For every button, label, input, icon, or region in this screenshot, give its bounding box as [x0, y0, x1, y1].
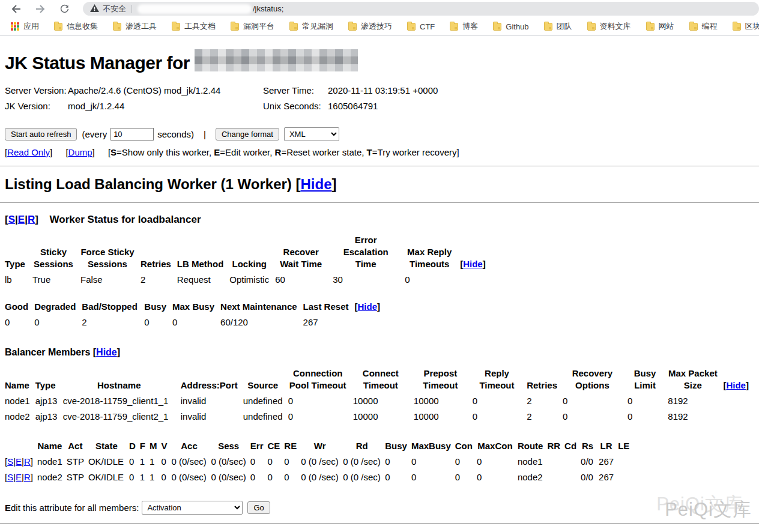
unix-seconds-value: 1605064791: [328, 98, 754, 114]
lb-config-hide-link[interactable]: Hide: [463, 259, 483, 269]
reset-worker-link[interactable]: R: [28, 214, 35, 225]
refresh-icon[interactable]: [56, 1, 72, 17]
url-path: /jkstatus;: [253, 4, 283, 13]
server-info: Server Version: Apache/2.4.6 (CentOS) mo…: [5, 83, 754, 114]
dump-link[interactable]: Dump: [68, 147, 92, 157]
members-config-hide-link[interactable]: Hide: [726, 380, 746, 390]
start-auto-refresh-button[interactable]: Start auto refresh: [5, 128, 77, 141]
bookmark-folder[interactable]: 渗透工具: [109, 19, 160, 34]
bookmark-folder[interactable]: 区块链: [729, 19, 759, 34]
edit-worker-link[interactable]: E: [18, 214, 25, 225]
folder-icon: [348, 23, 357, 31]
warning-icon: [90, 4, 99, 14]
edit-attribute-row: Edit this attribute for all members: Act…: [5, 501, 754, 515]
folder-icon: [450, 23, 458, 31]
format-select[interactable]: XML: [284, 127, 339, 141]
listing-hide-link[interactable]: Hide: [301, 176, 332, 192]
watermark: PeiQi文库: [665, 497, 752, 522]
table-header-row: Name Act State D F M V Acc Sess Err CE R…: [5, 440, 634, 454]
listing-heading: Listing Load Balancing Worker (1 Worker)…: [5, 176, 754, 193]
bookmark-folder[interactable]: 工具文档: [168, 19, 219, 34]
security-label: 不安全: [103, 4, 126, 14]
table-header-row: Name Type Hostname Address:Port Source C…: [5, 367, 754, 393]
censored-host: [138, 4, 252, 14]
bookmark-folder[interactable]: 渗透技巧: [345, 19, 396, 34]
read-only-link[interactable]: Read Only: [7, 147, 50, 157]
folder-icon: [544, 23, 552, 31]
hide-header: [Hide]: [723, 367, 754, 393]
seconds-label: seconds): [157, 129, 194, 139]
show-worker-link[interactable]: S: [8, 214, 15, 225]
server-version-label: Server Version:: [5, 83, 68, 98]
forward-icon[interactable]: [32, 1, 48, 17]
every-label: (every: [82, 129, 107, 139]
lb-state-hide-link[interactable]: Hide: [357, 301, 377, 312]
hide-header: [Hide]: [460, 234, 492, 272]
divider: [0, 166, 759, 166]
server-time-value: 2020-11-11 03:19:51 +0000: [328, 83, 754, 98]
folder-icon: [587, 23, 596, 31]
balancer-members-heading: Balancer Members [Hide]: [5, 347, 754, 358]
bookmark-folder[interactable]: 编程: [686, 19, 721, 34]
bookmark-apps[interactable]: 应用: [7, 19, 43, 34]
table-row: node2 ajp13 cve-2018-11759_client2_1 inv…: [5, 409, 754, 425]
edit-member-link[interactable]: E: [16, 472, 22, 482]
bookmark-folder[interactable]: 网站: [643, 19, 678, 34]
edit-attribute-label: Edit this attribute for all members:: [5, 503, 139, 513]
back-icon[interactable]: [8, 1, 24, 17]
ser-links: [S|E|R]: [5, 214, 38, 225]
bookmark-folder[interactable]: 漏洞平台: [227, 19, 278, 34]
bookmark-folder[interactable]: 博客: [446, 19, 482, 34]
address-bar[interactable]: 不安全 /jkstatus;: [83, 2, 759, 16]
pipe-separator: |: [204, 129, 206, 139]
folder-icon: [172, 23, 180, 31]
folder-icon: [289, 23, 298, 31]
table-header-row: Good Degraded Bad/Stopped Busy Max Busy …: [5, 301, 386, 315]
ser-links: [S|E|R]: [5, 470, 37, 485]
bookmark-folder[interactable]: CTF: [404, 20, 438, 33]
table-row: [S|E|R] node2 STP OK/IDLE 0 1 1 0 0 (0/s…: [5, 470, 634, 485]
interval-input[interactable]: [110, 128, 154, 141]
folder-icon: [54, 23, 62, 31]
ser-links: [S|E|R]: [5, 454, 37, 470]
bookmarks-bar: 应用 信息收集 渗透工具 工具文档 漏洞平台 常见漏洞 渗透技巧 CTF 博客 …: [0, 17, 759, 36]
worker-status-title: Worker Status for loadbalancer: [50, 214, 201, 225]
folder-icon: [733, 23, 741, 31]
apps-grid-icon: [11, 22, 19, 31]
reset-member-link[interactable]: R: [24, 472, 31, 482]
divider: [0, 202, 759, 203]
folder-icon: [231, 23, 239, 31]
folder-icon: [407, 23, 416, 31]
bookmark-folder[interactable]: 常见漏洞: [286, 19, 337, 34]
go-button[interactable]: Go: [247, 501, 270, 514]
table-row: 0 0 2 0 0 60/120 267: [5, 315, 386, 330]
worker-legend: [S=Show only this worker, E=Edit worker,…: [108, 147, 459, 157]
table-header-row: Type Sticky Sessions Force Sticky Sessio…: [5, 234, 492, 272]
bookmark-folder[interactable]: 信息收集: [50, 19, 101, 34]
lb-config-table: Type Sticky Sessions Force Sticky Sessio…: [5, 234, 492, 288]
folder-icon: [113, 23, 121, 31]
show-member-link[interactable]: S: [7, 472, 13, 482]
reset-member-link[interactable]: R: [24, 456, 31, 467]
divider: [0, 523, 759, 524]
address-separator: [132, 5, 132, 13]
folder-icon: [689, 23, 698, 31]
balancer-members-hide-link[interactable]: Hide: [96, 347, 117, 357]
attribute-select[interactable]: Activation: [142, 501, 243, 515]
members-status-table: Name Act State D F M V Acc Sess Err CE R…: [5, 440, 634, 485]
hide-header: [Hide]: [354, 301, 386, 315]
bookmark-folder[interactable]: 团队: [540, 19, 576, 34]
censored-title-block: [195, 49, 358, 71]
bookmark-folder[interactable]: 资料文库: [584, 19, 635, 34]
browser-toolbar: 不安全 /jkstatus;: [0, 0, 759, 17]
refresh-controls: Start auto refresh (every seconds) | Cha…: [5, 127, 754, 141]
bookmark-folder[interactable]: Github: [489, 20, 532, 33]
edit-member-link[interactable]: E: [16, 456, 22, 467]
unix-seconds-label: Unix Seconds:: [263, 98, 328, 114]
folder-icon: [646, 23, 655, 31]
ser-column-header: [5, 440, 37, 454]
show-member-link[interactable]: S: [7, 456, 13, 467]
change-format-button[interactable]: Change format: [216, 128, 279, 141]
table-row: node1 ajp13 cve-2018-11759_client1_1 inv…: [5, 393, 754, 409]
members-config-table: Name Type Hostname Address:Port Source C…: [5, 367, 754, 425]
